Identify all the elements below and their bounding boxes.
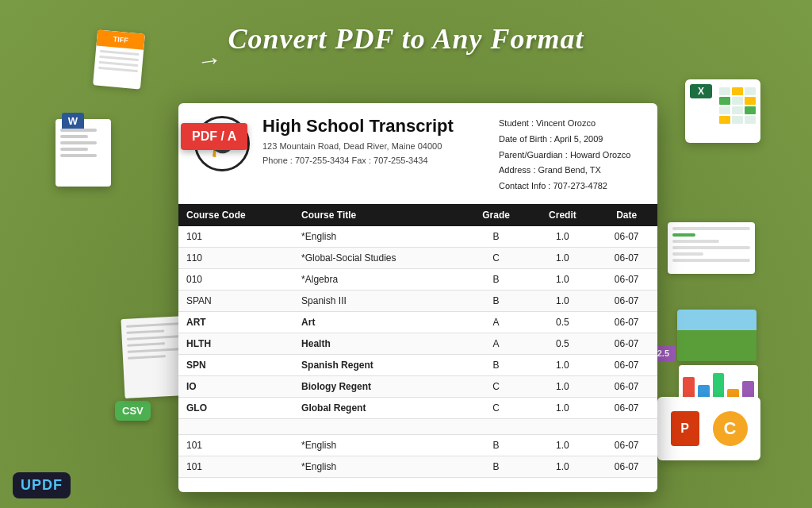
cell-credit: 1.0: [530, 354, 596, 375]
school-info: High School Transcript 123 Mountain Road…: [262, 116, 499, 194]
cell-credit: 1.0: [530, 375, 596, 397]
cell-date: 06-07: [596, 268, 657, 290]
cell-credit: 1.0: [530, 397, 596, 418]
school-name: High School Transcript: [262, 116, 499, 137]
table-row: GLO Global Regent C 1.0 06-07: [178, 397, 657, 418]
cell-title: *Global-Social Studies: [293, 247, 463, 268]
tiff-line-4: [98, 67, 138, 72]
table-row: ART Art A 0.5 06-07: [178, 311, 657, 333]
cell-credit: 1.0: [530, 456, 596, 477]
table-row: HLTH Health A 0.5 06-07: [178, 333, 657, 354]
cell-code: 010: [178, 268, 293, 290]
cell-title: *English: [293, 226, 463, 248]
cell-date: 06-07: [596, 375, 657, 397]
tiff-line-1: [100, 50, 140, 56]
cell-grade: B: [463, 290, 530, 311]
tiff-line-3: [98, 61, 138, 67]
transcript-table: Course Code Course Title Grade Credit Da…: [178, 204, 657, 478]
csv-badge: CSV: [115, 401, 151, 421]
cell-code: 101: [178, 456, 293, 477]
text-decoration: [668, 222, 755, 274]
ppt-card-decoration: P C: [657, 397, 760, 460]
doc-line-2: [60, 135, 88, 138]
cell-title: Biology Regent: [293, 375, 463, 397]
cell-date: 06-07: [596, 247, 657, 268]
ppt-icon: P: [671, 411, 699, 446]
cell-title: Spanish Regent: [293, 354, 463, 375]
doc-line-5: [60, 154, 97, 157]
table-row: 010 *Algebra B 1.0 06-07: [178, 268, 657, 290]
cell-grade: C: [463, 397, 530, 418]
cell-date: 06-07: [596, 456, 657, 477]
cell-title: Health: [293, 333, 463, 354]
cell-grade: C: [463, 375, 530, 397]
table-row: [178, 418, 657, 434]
arrow-decoration: →: [195, 44, 224, 77]
cell-title: *English: [293, 434, 463, 456]
cell-title: Spanish III: [293, 290, 463, 311]
cell-grade: B: [463, 268, 530, 290]
cell-title: Art: [293, 311, 463, 333]
table-row: 101 *English B 1.0 06-07: [178, 226, 657, 248]
pdf-badge: PDF / A: [181, 123, 247, 150]
transcript-header: 🎓 High School Transcript 123 Mountain Ro…: [178, 103, 657, 204]
cell-grade: A: [463, 311, 530, 333]
cell-code: 101: [178, 226, 293, 248]
cell-code: SPAN: [178, 290, 293, 311]
table-row: IO Biology Regent C 1.0 06-07: [178, 375, 657, 397]
col-header-credit: Credit: [530, 204, 596, 226]
col-header-code: Course Code: [178, 204, 293, 226]
cell-credit: 1.0: [530, 247, 596, 268]
tiff-line-2: [99, 56, 139, 61]
excel-grid: [719, 87, 756, 124]
cell-title: Global Regent: [293, 397, 463, 418]
word-icon: W: [62, 113, 84, 129]
cell-grade: A: [463, 333, 530, 354]
cell-code: GLO: [178, 397, 293, 418]
cell-code: SPN: [178, 354, 293, 375]
cell-credit: 1.0: [530, 290, 596, 311]
excel-card-decoration: X: [685, 79, 760, 143]
table-row: 101 *English B 1.0 06-07: [178, 434, 657, 456]
cell-date: 06-07: [596, 434, 657, 456]
cell-grade: B: [463, 434, 530, 456]
word-doc-decoration: W: [56, 119, 111, 187]
table-row: 110 *Global-Social Studies C 1.0 06-07: [178, 247, 657, 268]
col-header-date: Date: [596, 204, 657, 226]
table-row: SPAN Spanish III B 1.0 06-07: [178, 290, 657, 311]
cell-date: 06-07: [596, 333, 657, 354]
doc-line-3: [60, 141, 97, 144]
cell-grade: C: [463, 247, 530, 268]
doc-line-1: [60, 129, 97, 132]
table-body: 101 *English B 1.0 06-07 110 *Global-Soc…: [178, 226, 657, 478]
cell-date: 06-07: [596, 311, 657, 333]
cell-credit: 1.0: [530, 434, 596, 456]
col-header-title: Course Title: [293, 204, 463, 226]
cell-code: IO: [178, 375, 293, 397]
table-row: 101 *English B 1.0 06-07: [178, 456, 657, 477]
c-icon: C: [713, 411, 748, 446]
cell-grade: B: [463, 456, 530, 477]
cell-credit: 1.0: [530, 268, 596, 290]
cell-date: 06-07: [596, 290, 657, 311]
student-info: Student : Vincent Orozco Date of Birth :…: [499, 116, 642, 194]
updf-logo: UPDF: [13, 472, 71, 498]
school-address: 123 Mountain Road, Dead River, Maine 040…: [262, 140, 499, 167]
landscape-decoration: [677, 310, 756, 361]
col-header-grade: Grade: [463, 204, 530, 226]
excel-icon: X: [690, 84, 712, 98]
cell-credit: 0.5: [530, 311, 596, 333]
page-title: Convert PDF to Any Format: [228, 22, 584, 56]
cell-date: 06-07: [596, 354, 657, 375]
cell-date: 06-07: [596, 226, 657, 248]
cell-code: ART: [178, 311, 293, 333]
cell-code: 101: [178, 434, 293, 456]
transcript-document: 🎓 High School Transcript 123 Mountain Ro…: [178, 103, 657, 492]
cell-code: 110: [178, 247, 293, 268]
cell-credit: 0.5: [530, 333, 596, 354]
doc-line-4: [60, 148, 88, 151]
cell-grade: B: [463, 354, 530, 375]
tiff-decoration: TIFF: [93, 30, 145, 90]
cell-title: *English: [293, 456, 463, 477]
cell-code: HLTH: [178, 333, 293, 354]
